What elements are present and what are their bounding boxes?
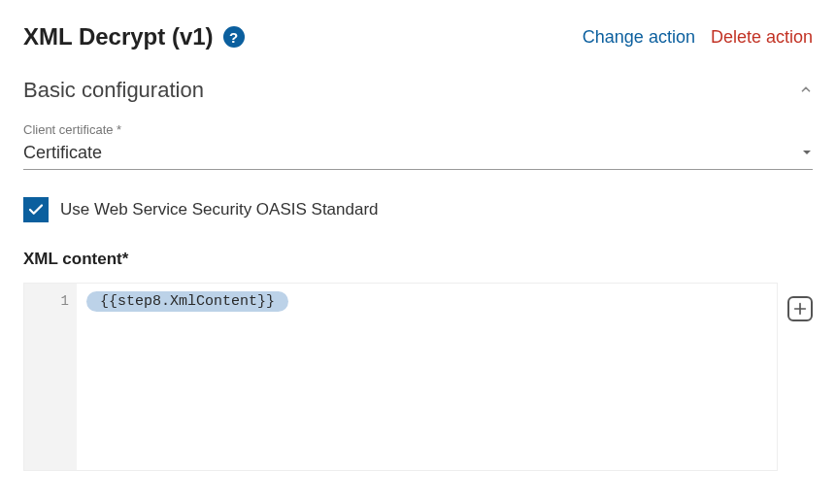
svg-marker-0 [803, 151, 811, 154]
xml-content-label: XML content* [23, 250, 813, 269]
oasis-checkbox-label: Use Web Service Security OASIS Standard [60, 200, 379, 219]
client-certificate-select[interactable]: Certificate [23, 139, 813, 170]
oasis-checkbox[interactable] [23, 197, 49, 222]
chevron-up-icon [799, 83, 813, 99]
section-title: Basic configuration [23, 78, 204, 103]
variable-pill[interactable]: {{step8.XmlContent}} [86, 291, 288, 312]
xml-content-editor[interactable]: 1 {{step8.XmlContent}} [23, 283, 778, 471]
client-certificate-label: Client certificate * [23, 122, 813, 137]
editor-gutter: 1 [24, 284, 77, 470]
basic-configuration-header[interactable]: Basic configuration [23, 78, 813, 103]
editor-code-area[interactable]: {{step8.XmlContent}} [77, 284, 777, 470]
line-number: 1 [24, 293, 69, 309]
client-certificate-value: Certificate [23, 143, 102, 163]
header-actions: Change action Delete action [583, 27, 813, 48]
caret-down-icon [801, 145, 813, 162]
page-title: XML Decrypt (v1) [23, 23, 214, 50]
add-button[interactable] [787, 296, 813, 321]
delete-action-link[interactable]: Delete action [711, 27, 813, 48]
change-action-link[interactable]: Change action [583, 27, 695, 48]
help-icon[interactable]: ? [223, 26, 245, 48]
